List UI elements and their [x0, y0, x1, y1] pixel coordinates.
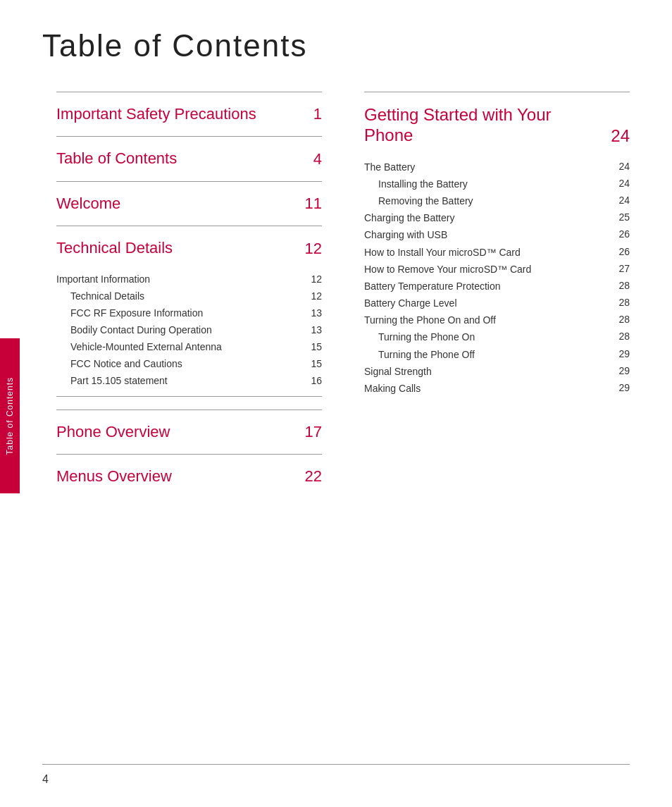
right-item-5: How to Install Your microSD™ Card26 [364, 244, 630, 261]
right-item-title-10: Turning the Phone On [378, 331, 618, 343]
page-number: 4 [42, 773, 49, 786]
sub-item-title-technical-details-4: Vehicle-Mounted External Antenna [70, 341, 311, 352]
sub-item-title-technical-details-3: Bodily Contact During Operation [70, 324, 311, 335]
section-page-important-safety: 1 [313, 105, 322, 123]
page-title: Table of Contents [42, 28, 630, 63]
right-item-12: Signal Strength29 [364, 363, 630, 380]
section-title-table-of-contents: Table of Contents [56, 149, 306, 168]
right-item-page-11: 29 [618, 348, 630, 359]
right-item-page-7: 28 [618, 280, 630, 291]
right-item-title-4: Charging with USB [364, 228, 618, 241]
section-page-phone-overview: 17 [305, 423, 322, 441]
right-col-heading: Getting Started with Your Phone24 [364, 105, 630, 146]
right-item-title-3: Charging the Battery [364, 211, 618, 224]
right-item-title-5: How to Install Your microSD™ Card [364, 246, 618, 259]
right-item-10: Turning the Phone On28 [364, 328, 630, 345]
right-item-page-2: 24 [618, 195, 630, 206]
section-title-important-safety: Important Safety Precautions [56, 105, 306, 123]
right-item-title-1: Installing the Battery [378, 178, 618, 190]
sub-item-page-technical-details-0: 12 [311, 273, 322, 285]
right-item-2: Removing the Battery24 [364, 192, 630, 209]
sub-item-page-technical-details-5: 15 [311, 358, 322, 369]
right-item-title-12: Signal Strength [364, 365, 618, 378]
right-item-7: Battery Temperature Protection28 [364, 278, 630, 295]
right-item-title-8: Battery Charge Level [364, 297, 618, 309]
right-col-heading-page: 24 [611, 126, 630, 146]
divider-important-safety [56, 92, 322, 92]
section-heading-welcome: Welcome11 [56, 195, 322, 213]
right-column: Getting Started with Your Phone24The Bat… [350, 92, 630, 498]
section-title-phone-overview: Phone Overview [56, 423, 298, 441]
left-column: Important Safety Precautions1Table of Co… [42, 92, 322, 498]
section-page-table-of-contents: 4 [313, 150, 322, 168]
right-item-page-12: 29 [618, 365, 630, 376]
right-item-page-9: 28 [618, 314, 630, 325]
section-page-menus-overview: 22 [305, 467, 322, 486]
right-item-6: How to Remove Your microSD™ Card27 [364, 261, 630, 278]
right-item-title-9: Turning the Phone On and Off [364, 314, 618, 326]
section-title-menus-overview: Menus Overview [56, 467, 298, 486]
section-page-welcome: 11 [305, 195, 322, 213]
right-item-title-2: Removing the Battery [378, 195, 618, 207]
section-heading-table-of-contents: Table of Contents4 [56, 149, 322, 168]
right-item-title-6: How to Remove Your microSD™ Card [364, 263, 618, 276]
right-col-top-divider [364, 92, 630, 92]
right-item-11: Turning the Phone Off29 [364, 346, 630, 363]
sub-item-page-technical-details-3: 13 [311, 324, 322, 335]
right-item-page-1: 24 [618, 178, 630, 189]
right-item-page-0: 24 [618, 161, 630, 172]
right-item-page-4: 26 [618, 228, 630, 240]
right-item-8: Battery Charge Level28 [364, 295, 630, 312]
section-heading-menus-overview: Menus Overview22 [56, 467, 322, 486]
right-item-page-10: 28 [618, 331, 630, 342]
right-item-13: Making Calls29 [364, 380, 630, 397]
content-columns: Important Safety Precautions1Table of Co… [42, 92, 630, 498]
sub-item-title-technical-details-6: Part 15.105 statement [70, 375, 311, 386]
sub-item-page-technical-details-2: 13 [311, 307, 322, 319]
divider-after-technical-details [56, 396, 322, 397]
right-item-page-8: 28 [618, 297, 630, 308]
divider-technical-details [56, 226, 322, 226]
sub-item-technical-details-1: Technical Details12 [56, 288, 322, 304]
sub-item-technical-details-5: FCC Notice and Cautions15 [56, 355, 322, 372]
bottom-divider [42, 764, 630, 765]
right-item-1: Installing the Battery24 [364, 175, 630, 192]
side-tab-label: Table of Contents [5, 377, 15, 455]
right-item-0: The Battery24 [364, 159, 630, 175]
divider-phone-overview [56, 409, 322, 410]
right-item-title-0: The Battery [364, 161, 618, 173]
sub-item-title-technical-details-2: FCC RF Exposure Information [70, 307, 311, 319]
divider-welcome [56, 181, 322, 182]
right-item-title-11: Turning the Phone Off [378, 348, 618, 361]
section-heading-phone-overview: Phone Overview17 [56, 423, 322, 441]
right-item-page-5: 26 [618, 246, 630, 257]
right-item-4: Charging with USB26 [364, 226, 630, 243]
section-heading-important-safety: Important Safety Precautions1 [56, 105, 322, 123]
sub-item-title-technical-details-5: FCC Notice and Cautions [70, 358, 311, 369]
divider-menus-overview [56, 454, 322, 455]
sub-item-title-technical-details-0: Important Information [56, 273, 311, 285]
sub-item-page-technical-details-4: 15 [311, 341, 322, 352]
right-col-heading-title: Getting Started with Your Phone [364, 105, 604, 146]
right-item-page-3: 25 [618, 211, 630, 223]
section-page-technical-details: 12 [305, 240, 322, 258]
right-item-title-13: Making Calls [364, 382, 618, 395]
sub-item-technical-details-2: FCC RF Exposure Information13 [56, 304, 322, 321]
sub-item-technical-details-3: Bodily Contact During Operation13 [56, 321, 322, 338]
sub-item-technical-details-4: Vehicle-Mounted External Antenna15 [56, 338, 322, 355]
right-item-page-6: 27 [618, 263, 630, 274]
right-item-page-13: 29 [618, 382, 630, 393]
section-title-welcome: Welcome [56, 195, 298, 213]
sub-item-title-technical-details-1: Technical Details [70, 290, 311, 302]
section-title-technical-details: Technical Details [56, 239, 298, 257]
right-item-title-7: Battery Temperature Protection [364, 280, 618, 292]
sub-item-page-technical-details-1: 12 [311, 290, 322, 302]
page-container: Table of Contents Table of Contents Impo… [0, 0, 672, 807]
right-item-9: Turning the Phone On and Off28 [364, 312, 630, 328]
right-item-3: Charging the Battery25 [364, 209, 630, 226]
sub-item-technical-details-6: Part 15.105 statement16 [56, 372, 322, 389]
side-tab: Table of Contents [0, 338, 20, 493]
section-heading-technical-details: Technical Details12 [56, 239, 322, 257]
divider-table-of-contents [56, 136, 322, 137]
sub-item-technical-details-0: Important Information12 [56, 271, 322, 288]
